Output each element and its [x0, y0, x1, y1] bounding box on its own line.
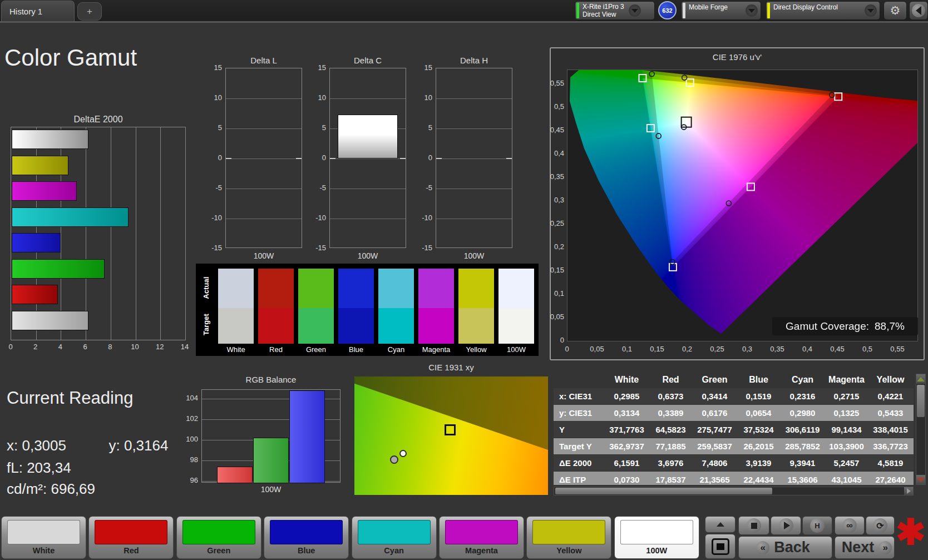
pattern-button-yellow[interactable]: Yellow	[526, 516, 611, 559]
settings-button[interactable]: ⚙	[883, 1, 907, 20]
table-cell: 27,2640	[868, 475, 912, 484]
scrollbar-thumb[interactable]	[555, 488, 772, 494]
stop-button[interactable]	[738, 516, 769, 535]
pattern-button-magenta[interactable]: Magenta	[439, 516, 524, 559]
tab-history-1[interactable]: History 1	[1, 1, 75, 21]
refresh-icon: ⟳	[873, 518, 887, 533]
gamut-coverage-value: 88,7%	[875, 320, 905, 333]
table-cell: 7,4806	[693, 458, 737, 468]
pattern-button-label: 100W	[615, 546, 699, 555]
table-cell: 4,5819	[868, 458, 912, 468]
reading-cd-value: 696,69	[51, 480, 95, 497]
table-cell: 21,3565	[693, 475, 737, 484]
table-cell: 0,6176	[693, 408, 737, 418]
pattern-window-up-button[interactable]	[705, 516, 736, 533]
rgb-bar-green	[253, 438, 289, 483]
next-button[interactable]: Next »	[835, 536, 895, 559]
infinity-icon: ∞	[842, 518, 857, 533]
table-row: ΔE ITP0,073017,853721,356522,443415,3606…	[554, 472, 914, 485]
chevron-down-icon	[746, 4, 758, 17]
rgb-y-tick: 98	[180, 455, 198, 464]
device-dropdown[interactable]: Direct Display Control	[766, 1, 880, 20]
cie1976-chromaticity-diagram	[567, 70, 918, 341]
table-cell: 362,9737	[605, 442, 649, 451]
table-cell: 336,7723	[868, 442, 912, 451]
pattern-button-green[interactable]: Green	[176, 516, 261, 559]
pattern-button-white[interactable]: White	[1, 516, 86, 559]
source-status-bar	[683, 3, 685, 18]
scroll-down-icon[interactable]	[916, 475, 925, 484]
cie1931-chart	[354, 376, 548, 495]
row-label: Y	[554, 425, 605, 434]
table-cell: 0,1325	[825, 408, 868, 418]
pattern-swatch	[7, 520, 80, 544]
pattern-button-cyan[interactable]: Cyan	[352, 516, 437, 559]
back-button[interactable]: « Back	[738, 536, 832, 559]
delta-chart-delta-c	[329, 68, 406, 248]
pattern-swatch	[95, 520, 167, 544]
table-horizontal-scrollbar[interactable]	[554, 487, 914, 495]
hold-button[interactable]: H	[802, 516, 832, 535]
table-header-green: Green	[693, 375, 737, 385]
target-swatch-magenta	[418, 308, 454, 344]
zero-tick	[506, 158, 512, 159]
cie1976-x-tick: 0,5	[856, 345, 878, 353]
source-dropdown[interactable]: Mobile Forge	[681, 1, 761, 20]
delta-gridline	[436, 128, 512, 129]
cie1931-reference-point	[390, 455, 398, 464]
rgb-y-tick: 96	[180, 476, 198, 484]
rgb-balance-x-label: 100W	[201, 485, 340, 494]
swatch-label: Cyan	[378, 345, 414, 354]
swatch-label: Blue	[338, 345, 374, 354]
table-row: ΔE 20006,15913,69767,48063,91399,39415,2…	[554, 455, 914, 471]
collapse-panel-button[interactable]	[909, 1, 928, 20]
reading-y-value: 0,3164	[124, 437, 169, 454]
cie1976-x-tick: 0,1	[616, 345, 638, 353]
pattern-button-red[interactable]: Red	[88, 516, 174, 559]
delta-gridline	[330, 189, 406, 189]
table-row: x: CIE310,29850,63730,34140,15190,23160,…	[554, 388, 914, 404]
table-cell: 37,5324	[737, 425, 781, 434]
row-label: Target Y	[554, 442, 605, 451]
table-cell: 275,7477	[693, 425, 737, 434]
table-cell: 0,6373	[649, 391, 693, 401]
meter-dropdown[interactable]: X-Rite i1Pro 3 Direct View	[575, 1, 655, 20]
swatch-label: Magenta	[418, 345, 454, 354]
deltae-bar-red	[12, 285, 58, 304]
swatch-label: 100W	[498, 345, 534, 354]
device-status-bar	[767, 3, 770, 18]
pattern-window-button[interactable]	[705, 534, 736, 559]
pattern-button-blue[interactable]: Blue	[264, 516, 349, 559]
stop-icon	[747, 518, 761, 533]
delta-chart-delta-l	[225, 68, 302, 248]
deltae-bar-magenta	[12, 181, 77, 201]
table-cell: 0,0654	[737, 408, 781, 418]
color-gamut-page: History 1 + X-Rite i1Pro 3 Direct View 6…	[0, 0, 928, 560]
target-swatch-blue	[338, 308, 374, 344]
delta-y-tick: -15	[202, 244, 222, 252]
deltae-x-tick: 6	[78, 343, 92, 351]
target-swatch-white	[218, 308, 254, 344]
table-cell: 22,4434	[737, 475, 781, 484]
cie1976-title: CIE 1976 u'v'	[550, 52, 925, 62]
refresh-button[interactable]: ⟳	[866, 516, 895, 535]
gear-icon: ⚙	[890, 4, 901, 17]
pattern-button-100w[interactable]: 100W	[614, 516, 699, 559]
delta-gridline	[330, 219, 406, 219]
table-cell: 0,3389	[649, 408, 693, 418]
pattern-button-label: Yellow	[527, 546, 611, 555]
continuous-measure-button[interactable]: ∞	[835, 516, 865, 535]
delta-y-tick: 5	[412, 123, 432, 132]
scroll-right-icon[interactable]	[904, 487, 913, 495]
table-row: y: CIE310,31340,33890,61760,06540,29800,…	[554, 405, 914, 421]
scrollbar-thumb[interactable]	[917, 385, 925, 417]
table-cell: 5,2457	[825, 458, 868, 468]
table-cell: 3,9139	[737, 458, 781, 468]
actual-swatch-cyan	[378, 269, 414, 308]
deltae-gridline	[111, 127, 111, 340]
table-vertical-scrollbar[interactable]	[916, 374, 926, 485]
play-button[interactable]	[771, 516, 801, 535]
add-tab-button[interactable]: +	[77, 2, 102, 21]
scroll-up-icon[interactable]	[916, 374, 925, 384]
delta-gridline	[436, 98, 512, 99]
